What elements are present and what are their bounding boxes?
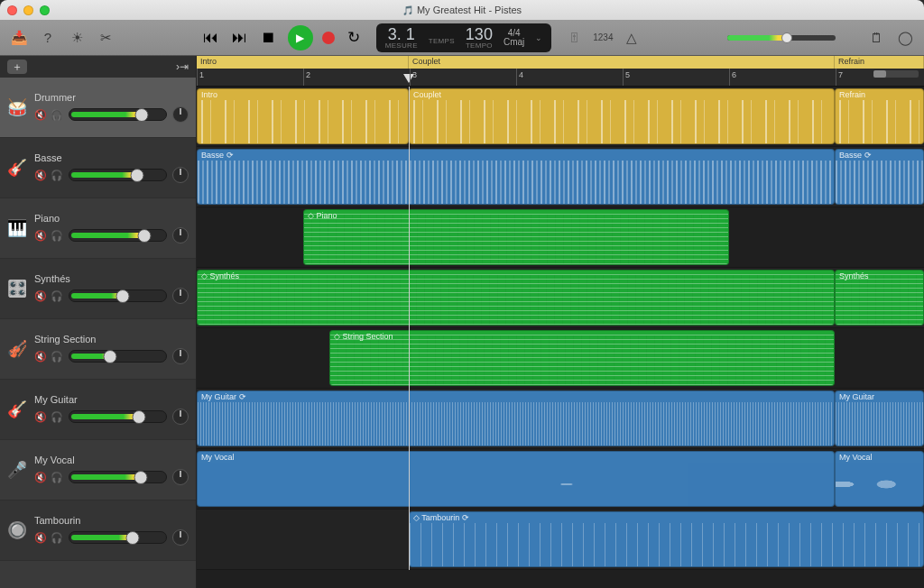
pan-knob[interactable] xyxy=(172,106,189,123)
waveform-icon xyxy=(410,100,834,143)
pan-knob[interactable] xyxy=(172,227,189,243)
headphone-button[interactable]: 🎧 xyxy=(51,351,63,363)
mute-button[interactable]: 🔇 xyxy=(34,532,47,544)
track-lane[interactable]: Basse ⟳Basse ⟳ xyxy=(197,147,924,207)
transport-controls: ⏮ ⏭ ⏹ ▶ ↻ xyxy=(201,25,364,51)
play-button[interactable]: ▶ xyxy=(288,25,313,51)
forward-button[interactable]: ⏭ xyxy=(230,29,250,47)
mute-button[interactable]: 🔇 xyxy=(34,351,47,363)
cycle-button[interactable]: ↻ xyxy=(344,28,364,47)
headphone-button[interactable]: 🎧 xyxy=(51,170,63,181)
lcd-timesig: 4/4 xyxy=(508,29,521,38)
headphone-button[interactable]: 🎧 xyxy=(51,472,63,483)
lcd-display[interactable]: 3. 1 MESURE . TEMPS 130 TEMPO 4/4 Cmaj ⌄ xyxy=(376,23,551,52)
headphone-button[interactable]: 🎧 xyxy=(51,109,63,121)
mute-button[interactable]: 🔇 xyxy=(34,290,47,302)
countoff-icon[interactable]: 1234 xyxy=(593,32,613,42)
track-lane[interactable]: My Guitar ⟳My Guitar xyxy=(197,389,924,449)
region[interactable]: My Guitar xyxy=(835,390,924,446)
mute-solo-group: 🔇🎧 xyxy=(34,170,63,181)
headphone-button[interactable]: 🎧 xyxy=(51,411,63,423)
minimize-window-button[interactable] xyxy=(23,5,33,15)
region[interactable]: ◇ Tambourin ⟳ xyxy=(409,511,924,567)
waveform-icon xyxy=(198,161,834,204)
track-instrument-icon: 🎤 xyxy=(7,460,27,480)
loops-icon[interactable]: ◯ xyxy=(895,30,915,46)
region[interactable]: Couplet xyxy=(409,88,835,144)
track-header[interactable]: 🎸Basse🔇🎧 xyxy=(0,138,196,198)
tuner-icon[interactable]: 🎚 xyxy=(564,30,584,45)
track-instrument-icon: 🎸 xyxy=(7,400,27,419)
region[interactable]: ◇ Synthés xyxy=(197,270,835,326)
mute-button[interactable]: 🔇 xyxy=(34,411,47,423)
zoom-window-button[interactable] xyxy=(40,5,50,15)
arrangement-sections[interactable]: IntroCoupletRefrain xyxy=(197,56,924,69)
track-lane[interactable]: ◇ Tambourin ⟳ xyxy=(197,510,924,570)
track-volume-slider[interactable] xyxy=(69,289,167,302)
track-volume-slider[interactable] xyxy=(69,410,167,423)
arrange-area[interactable]: IntroCoupletRefrain 1234567 IntroCouplet… xyxy=(197,56,924,588)
track-volume-slider[interactable] xyxy=(69,229,167,242)
region[interactable]: Basse ⟳ xyxy=(197,149,835,205)
track-lane[interactable]: ◇ Piano xyxy=(197,207,924,268)
region[interactable]: My Vocal xyxy=(835,451,924,507)
master-volume-slider[interactable] xyxy=(727,35,836,41)
pan-knob[interactable] xyxy=(172,469,189,485)
headphone-button[interactable]: 🎧 xyxy=(51,532,63,544)
track-lane[interactable]: IntroCoupletRefrain xyxy=(197,87,924,147)
track-header[interactable]: 🎹Piano🔇🎧 xyxy=(0,198,196,259)
headphone-button[interactable]: 🎧 xyxy=(51,230,63,242)
track-volume-slider[interactable] xyxy=(69,169,167,181)
track-lane[interactable]: ◇ String Section xyxy=(197,328,924,389)
add-track-button[interactable]: ＋ xyxy=(7,60,27,74)
pan-knob[interactable] xyxy=(172,348,189,364)
library-icon[interactable]: 📥 xyxy=(9,30,29,46)
timeline-ruler[interactable]: 1234567 xyxy=(197,69,924,87)
toggle-region-button[interactable]: ›⇥ xyxy=(176,60,189,73)
track-volume-slider[interactable] xyxy=(69,108,167,121)
headphone-button[interactable]: 🎧 xyxy=(51,290,63,302)
mute-button[interactable]: 🔇 xyxy=(34,472,47,483)
track-volume-slider[interactable] xyxy=(69,471,167,483)
region[interactable]: Intro xyxy=(197,88,409,144)
track-header[interactable]: 🎤My Vocal🔇🎧 xyxy=(0,440,196,501)
mute-button[interactable]: 🔇 xyxy=(34,230,47,242)
track-lane[interactable]: ◇ SynthésSynthés xyxy=(197,268,924,328)
stop-button[interactable]: ⏹ xyxy=(259,29,279,47)
track-header[interactable]: 🎸My Guitar🔇🎧 xyxy=(0,380,196,440)
track-volume-slider[interactable] xyxy=(69,531,167,544)
rewind-button[interactable]: ⏮ xyxy=(201,29,221,47)
mute-button[interactable]: 🔇 xyxy=(34,109,47,121)
region[interactable]: My Vocal xyxy=(197,451,835,507)
pan-knob[interactable] xyxy=(172,409,189,425)
record-button[interactable] xyxy=(322,32,335,44)
region[interactable]: My Guitar ⟳ xyxy=(197,390,835,446)
metronome-icon[interactable]: △ xyxy=(622,30,642,46)
minimap-scroll[interactable] xyxy=(873,70,919,78)
region[interactable]: Refrain xyxy=(835,88,924,144)
arrangement-section[interactable]: Couplet xyxy=(409,56,835,69)
close-window-button[interactable] xyxy=(7,5,17,15)
track-header[interactable]: 🔘Tambourin🔇🎧 xyxy=(0,501,196,561)
pan-knob[interactable] xyxy=(172,167,189,183)
region[interactable]: ◇ String Section xyxy=(329,330,835,386)
settings-icon[interactable]: ☀︎ xyxy=(67,30,87,46)
region[interactable]: ◇ Piano xyxy=(303,209,729,265)
arrangement-section[interactable]: Intro xyxy=(197,56,409,69)
region[interactable]: Synthés xyxy=(835,270,924,326)
mute-button[interactable]: 🔇 xyxy=(34,170,47,181)
lcd-dropdown-icon[interactable]: ⌄ xyxy=(535,33,542,42)
pan-knob[interactable] xyxy=(172,288,189,304)
pan-knob[interactable] xyxy=(172,529,189,546)
track-header[interactable]: 🎻String Section🔇🎧 xyxy=(0,319,196,380)
arrangement-section[interactable]: Refrain xyxy=(835,56,924,69)
track-lane[interactable]: My VocalMy Vocal xyxy=(197,449,924,510)
region[interactable]: Basse ⟳ xyxy=(835,149,924,205)
track-header[interactable]: 🥁Drummer🔇🎧 xyxy=(0,78,196,138)
notepad-icon[interactable]: 🗒 xyxy=(866,30,886,45)
lcd-position: 3. 1 xyxy=(388,26,415,42)
scissors-icon[interactable]: ✂︎ xyxy=(96,30,116,46)
help-icon[interactable]: ? xyxy=(38,30,58,45)
track-volume-slider[interactable] xyxy=(69,350,167,363)
track-header[interactable]: 🎛️Synthés🔇🎧 xyxy=(0,259,196,319)
